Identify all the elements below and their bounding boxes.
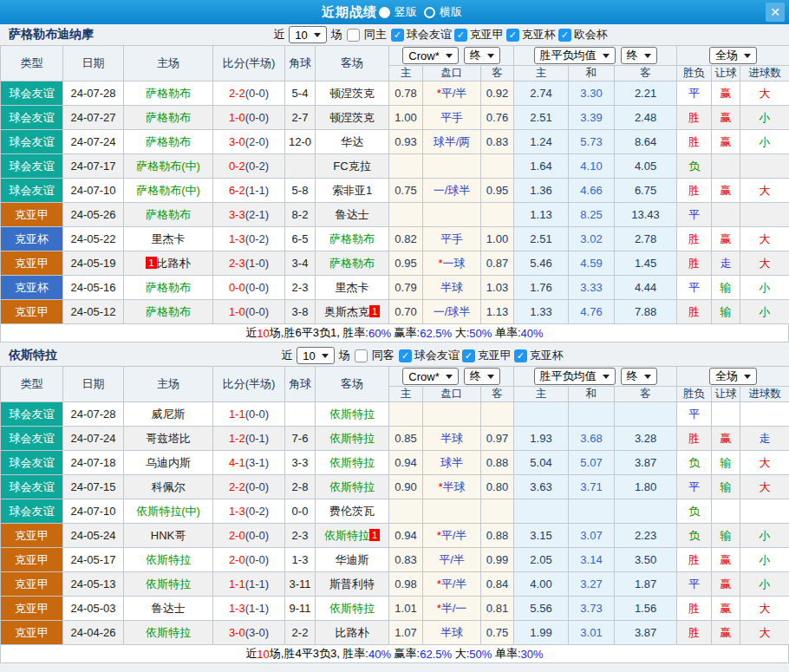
away-team: 顿涅茨克 [316, 82, 389, 106]
corners: 7-6 [285, 427, 316, 451]
handicap-value: 半球 [440, 281, 463, 294]
odds-away [481, 402, 514, 427]
bookmaker-state-select[interactable]: 终 [464, 47, 500, 64]
red-card-badge: 1 [369, 305, 380, 317]
competition-checkbox[interactable]: ✓ [454, 29, 467, 42]
fulltime-score: 1-2 [229, 432, 245, 445]
avg-home-odds: 3.15 [514, 524, 569, 548]
avg-group-header: 胜平负均值终 [514, 367, 677, 387]
competition-label: 球会友谊 [407, 27, 452, 42]
type-badge: 克亚杯 [1, 276, 63, 300]
odds-away: 1.00 [481, 227, 514, 251]
handicap-result-cell: 赢 [712, 621, 740, 645]
handicap-result-cell: 赢 [712, 106, 740, 130]
avg-state-select[interactable]: 终 [621, 368, 657, 385]
avg-home-odds: 1.76 [514, 276, 569, 300]
corners [285, 402, 316, 427]
odds-home: 0.93 [389, 130, 423, 154]
avg-away-odds [615, 499, 677, 524]
competition-checkbox[interactable]: ✓ [462, 349, 475, 362]
competition-checkbox[interactable]: ✓ [514, 349, 527, 362]
handicap-value: 平/半 [441, 529, 467, 542]
home-team: 萨格勒布 [124, 203, 213, 227]
bookmaker-select[interactable]: Crow* [402, 47, 458, 64]
summary-segment: 场,胜6平3负1, 胜率: [270, 325, 368, 341]
away-team: 依斯特拉 [316, 475, 389, 499]
avg-state-select[interactable]: 终 [621, 47, 657, 64]
bookmaker-state-select[interactable]: 终 [464, 368, 500, 385]
scope-select[interactable]: 全场 [709, 368, 757, 385]
radio-horizontal-label[interactable]: 横版 [440, 4, 462, 20]
goals-cell: 小 [740, 276, 789, 300]
result-cell: 平 [677, 475, 712, 499]
competition-checkbox[interactable]: ✓ [558, 29, 571, 42]
fulltime-score: 1-1 [229, 408, 245, 421]
goals-cell: 大 [740, 621, 789, 645]
handicap: 半球 [423, 427, 481, 451]
fulltime-score: 2-3 [229, 257, 245, 270]
col-corners: 角球 [285, 46, 316, 82]
goals-cell: 小 [740, 300, 789, 324]
halftime-score: (0-2) [245, 160, 269, 173]
radio-unselected-icon[interactable] [424, 7, 435, 18]
avg-home-odds: 2.05 [514, 548, 569, 572]
bookmaker-select[interactable]: Crow* [402, 368, 458, 385]
competition-checkbox[interactable]: ✓ [391, 29, 404, 42]
avg-home-odds: 4.00 [514, 572, 569, 597]
team-label: 依斯特拉 [324, 529, 369, 542]
summary-segment: 单率: [492, 325, 520, 341]
team-label: 比路朴 [157, 257, 191, 270]
handicap: *平/半 [423, 524, 481, 548]
avg-away-odds: 1.45 [615, 251, 677, 276]
team-label: 依斯特拉 [329, 456, 375, 469]
type-badge: 球会友谊 [1, 106, 63, 130]
match-score: 2-0(0-0) [213, 524, 285, 548]
avg-draw-odds: 3.07 [569, 524, 615, 548]
match-date: 24-05-17 [63, 548, 124, 572]
summary-segment: 62.5% [420, 327, 452, 340]
handicap-value: 平/半 [439, 553, 465, 566]
col-date: 日期 [63, 46, 124, 82]
handicap: 球半/两 [423, 130, 481, 154]
avg-draw-odds: 3.27 [569, 572, 615, 597]
avg-away-odds: 13.43 [615, 203, 677, 227]
type-badge: 克亚甲 [1, 621, 63, 645]
avg-away-odds: 2.78 [615, 227, 677, 251]
competition-checkbox[interactable]: ✓ [399, 349, 412, 362]
same-venue-checkbox[interactable] [355, 349, 368, 362]
match-score: 3-3(2-1) [213, 203, 285, 227]
competition-checkbox[interactable]: ✓ [506, 29, 519, 42]
handicap: 半球 [423, 276, 481, 300]
avg-draw-odds [569, 499, 615, 524]
avg-home-odds [514, 402, 569, 427]
radio-vertical-label[interactable]: 竖版 [394, 4, 417, 20]
match-score: 0-2(0-2) [213, 154, 285, 179]
team-label: 费伦茨瓦 [329, 505, 375, 518]
games-count-select[interactable]: 10 [289, 26, 326, 43]
titlebar: 近期战绩 竖版 横版 ✕ [0, 0, 789, 24]
same-venue-checkbox[interactable] [347, 29, 360, 42]
summary-line: 近10场,胜6平3负1, 胜率:60% 赢率:62.5% 大:50% 单率:40… [0, 324, 789, 343]
orientation-radio-horizontal[interactable]: 横版 [424, 4, 467, 20]
match-score: 3-0(3-0) [213, 621, 285, 645]
handicap-value: 一/球半 [434, 305, 471, 318]
result-cell: 胜 [677, 106, 712, 130]
avg-select[interactable]: 胜平负均值 [534, 47, 616, 64]
games-count-select[interactable]: 10 [297, 347, 334, 364]
goals-cell: 大 [740, 82, 789, 106]
scope-select[interactable]: 全场 [709, 47, 757, 64]
orientation-radio-vertical[interactable]: 竖版 [379, 4, 422, 20]
odds-home: 1.00 [389, 106, 423, 130]
fulltime-score: 1-3 [229, 602, 245, 615]
odds-home: 0.70 [389, 300, 423, 324]
table-row: 克亚甲24-05-12萨格勒布1-0(0-0)3-8奥斯杰克10.70一/球半1… [1, 300, 789, 324]
handicap-value: 一球 [443, 257, 466, 270]
match-score: 2-0(0-0) [213, 548, 285, 572]
games-label: 场 [339, 348, 350, 363]
col-away: 客场 [316, 46, 389, 82]
summary-segment: 40% [521, 327, 544, 340]
avg-select[interactable]: 胜平负均值 [534, 368, 616, 385]
close-icon[interactable]: ✕ [766, 3, 785, 22]
radio-selected-icon[interactable] [379, 7, 390, 18]
subcol-odds-home: 主 [389, 66, 423, 82]
